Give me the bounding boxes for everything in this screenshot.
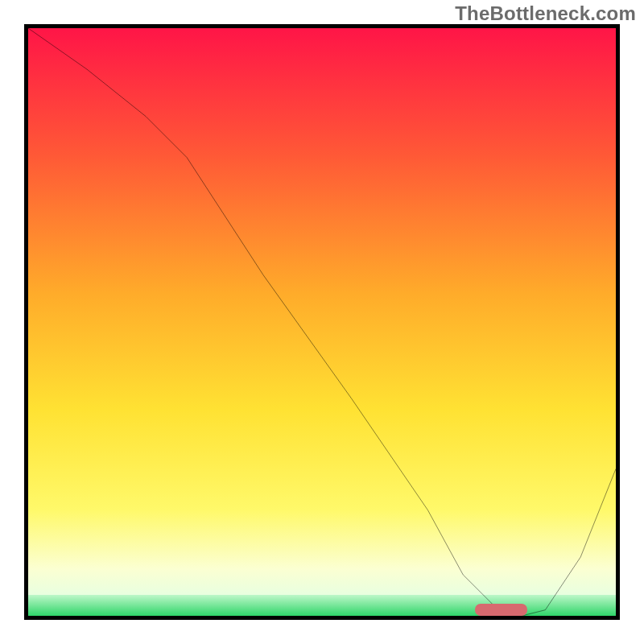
optimal-range-marker xyxy=(475,604,528,616)
chart-container: TheBottleneck.com xyxy=(0,0,644,644)
watermark-label: TheBottleneck.com xyxy=(455,2,636,25)
plot-frame xyxy=(24,24,620,620)
curve-svg xyxy=(28,28,616,616)
bottleneck-curve xyxy=(28,28,616,616)
